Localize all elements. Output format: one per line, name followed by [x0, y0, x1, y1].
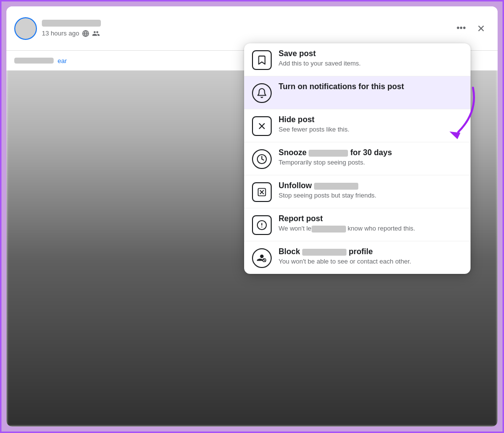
unfollow-desc: Stop seeing posts but stay friends.	[279, 191, 463, 200]
block-desc: You won't be able to see or contact each…	[279, 257, 463, 266]
more-button[interactable]: •••	[452, 20, 470, 37]
save-post-desc: Add this to your saved items.	[279, 59, 463, 68]
report-desc: We won't le know who reported this.	[279, 224, 463, 233]
snooze-title: Snooze for 30 days	[279, 148, 463, 157]
post-timestamp: 13 hours ago	[42, 30, 79, 37]
post-meta: 13 hours ago	[42, 20, 452, 37]
report-name-blur	[312, 226, 346, 233]
menu-item-save-post[interactable]: Save post Add this to your saved items.	[244, 43, 471, 76]
report-title: Report post	[279, 214, 463, 223]
menu-item-block[interactable]: Block profile You won't be able to see o…	[244, 241, 471, 274]
unfollow-content: Unfollow Stop seeing posts but stay frie…	[279, 181, 463, 200]
report-icon	[252, 215, 272, 235]
hide-post-icon	[252, 116, 272, 136]
link-blur-1	[14, 58, 54, 64]
unfollow-name-blur	[314, 183, 358, 190]
notifications-icon	[252, 83, 272, 103]
save-post-title: Save post	[279, 49, 463, 58]
main-card: 13 hours ago ••• ✕	[6, 6, 498, 427]
save-post-content: Save post Add this to your saved items.	[279, 49, 463, 68]
post-time-row: 13 hours ago	[42, 30, 452, 37]
snooze-desc: Temporarily stop seeing posts.	[279, 158, 463, 167]
username-blur	[42, 20, 101, 27]
snooze-name-blur	[309, 150, 348, 157]
menu-item-snooze[interactable]: Snooze for 30 days Temporarily stop seei…	[244, 142, 471, 175]
block-icon	[252, 248, 272, 268]
purple-arrow-annotation	[424, 83, 483, 142]
close-button[interactable]: ✕	[472, 20, 490, 37]
context-menu: Save post Add this to your saved items. …	[244, 43, 471, 274]
snooze-content: Snooze for 30 days Temporarily stop seei…	[279, 148, 463, 167]
avatar	[14, 17, 37, 40]
menu-item-unfollow[interactable]: Unfollow Stop seeing posts but stay frie…	[244, 175, 471, 208]
report-content: Report post We won't le know who reporte…	[279, 214, 463, 233]
audience-icon	[82, 30, 89, 37]
unfollow-icon	[252, 182, 272, 202]
menu-item-report[interactable]: Report post We won't le know who reporte…	[244, 208, 471, 241]
post-link-text[interactable]: ear	[58, 57, 67, 65]
block-content: Block profile You won't be able to see o…	[279, 247, 463, 266]
block-title: Block profile	[279, 247, 463, 256]
save-post-icon	[252, 50, 272, 70]
unfollow-title: Unfollow	[279, 181, 463, 190]
block-name-blur	[302, 249, 346, 256]
snooze-icon	[252, 149, 272, 169]
friends-icon	[92, 30, 100, 37]
